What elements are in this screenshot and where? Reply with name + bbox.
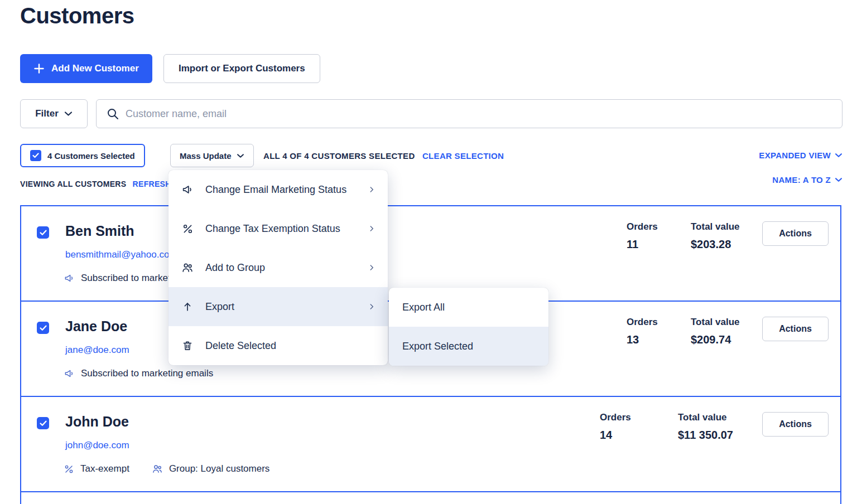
- orders-label: Orders: [627, 221, 658, 232]
- chevron-right-icon: [368, 264, 375, 272]
- expanded-view-toggle[interactable]: EXPANDED VIEW: [759, 151, 842, 160]
- filter-button[interactable]: Filter: [20, 99, 88, 128]
- total-value-label: Total value: [678, 412, 733, 423]
- page-title: Customers: [20, 3, 134, 28]
- chevron-right-icon: [368, 186, 375, 193]
- chevron-down-icon: [835, 177, 842, 182]
- row-checkbox[interactable]: [37, 226, 49, 239]
- total-value: $209.74: [691, 333, 740, 346]
- menu-item-label: Change Tax Exemption Status: [205, 223, 340, 235]
- selection-summary: ALL 4 OF 4 CUSTOMERS SELECTED CLEAR SELE…: [263, 151, 504, 161]
- megaphone-icon: [64, 273, 75, 284]
- row-checkbox[interactable]: [37, 417, 49, 429]
- viewing-all-label: VIEWING ALL CUSTOMERS: [20, 180, 126, 188]
- customer-row-john-doe: John Doe john@doe.com Tax-exempt Group: …: [20, 396, 841, 492]
- orders-column: Orders 13: [627, 317, 658, 346]
- status-label: Group: Loyal customers: [169, 463, 269, 474]
- row-checkbox[interactable]: [37, 322, 49, 334]
- megaphone-icon: [181, 183, 194, 196]
- actions-button[interactable]: Actions: [762, 412, 829, 437]
- total-value-column: Total value $11 350.07: [678, 412, 733, 442]
- customer-search[interactable]: [96, 99, 842, 128]
- chevron-right-icon: [368, 225, 375, 232]
- total-value-column: Total value $209.74: [691, 317, 740, 346]
- customer-name: Jane Doe: [65, 318, 127, 335]
- chevron-down-icon: [64, 111, 73, 117]
- menu-item-add-to-group[interactable]: Add to Group: [168, 248, 388, 287]
- filter-button-label: Filter: [35, 108, 59, 119]
- all-selected-text: ALL 4 OF 4 CUSTOMERS SELECTED: [263, 151, 415, 161]
- customer-status-line: Tax-exempt Group: Loyal customers: [64, 463, 269, 474]
- customer-row-partial: [20, 491, 841, 504]
- orders-column: Orders 11: [627, 221, 658, 251]
- mass-update-label: Mass Update: [180, 151, 232, 161]
- export-icon: [181, 301, 194, 312]
- export-submenu: Export All Export Selected: [389, 288, 548, 366]
- customer-status-line: Subscribed to marketing emails: [64, 368, 213, 379]
- total-value: $11 350.07: [678, 429, 733, 442]
- customer-name: John Doe: [65, 414, 129, 430]
- chevron-down-icon: [835, 153, 842, 158]
- plus-icon: [33, 63, 45, 74]
- chevron-right-icon: [368, 303, 375, 311]
- select-all-checkbox[interactable]: [30, 150, 41, 161]
- total-value-label: Total value: [691, 317, 740, 328]
- menu-item-label: Export: [205, 301, 234, 313]
- search-icon: [107, 108, 119, 120]
- status-label: Tax-exempt: [80, 463, 129, 474]
- menu-item-label: Change Email Marketing Status: [205, 184, 346, 196]
- add-new-customer-label: Add New Customer: [51, 63, 139, 74]
- orders-value: 13: [627, 333, 658, 346]
- menu-item-label: Delete Selected: [205, 340, 276, 352]
- viewing-all-customers: VIEWING ALL CUSTOMERS REFRESH: [20, 180, 171, 188]
- orders-column: Orders 14: [600, 412, 631, 442]
- sort-label: NAME: A TO Z: [772, 175, 831, 185]
- trash-icon: [181, 340, 194, 351]
- sort-selector[interactable]: NAME: A TO Z: [772, 175, 842, 185]
- actions-button[interactable]: Actions: [762, 221, 829, 246]
- customers-selected-label: 4 Customers Selected: [47, 151, 135, 161]
- customer-email-link[interactable]: bensmithmail@yahoo.com: [65, 249, 177, 260]
- percent-icon: [181, 223, 194, 235]
- orders-label: Orders: [627, 317, 658, 328]
- total-value-column: Total value $203.28: [691, 221, 740, 251]
- customer-email-link[interactable]: john@doe.com: [65, 440, 129, 451]
- menu-item-export[interactable]: Export: [168, 287, 388, 326]
- orders-value: 14: [600, 429, 631, 442]
- refresh-link[interactable]: REFRESH: [133, 180, 171, 188]
- customer-email-link[interactable]: jane@doe.com: [65, 345, 129, 356]
- orders-label: Orders: [600, 412, 631, 423]
- mass-update-button[interactable]: Mass Update: [170, 144, 254, 167]
- add-group-icon: [181, 261, 194, 274]
- total-value-label: Total value: [691, 221, 740, 232]
- megaphone-icon: [64, 368, 75, 379]
- clear-selection-link[interactable]: CLEAR SELECTION: [422, 151, 504, 161]
- total-value: $203.28: [691, 238, 740, 251]
- customer-name: Ben Smith: [65, 223, 134, 239]
- search-input[interactable]: [126, 108, 832, 120]
- group-icon: [152, 463, 163, 474]
- status-label: Subscribed to marketing emails: [81, 368, 213, 379]
- orders-value: 11: [627, 238, 658, 251]
- expanded-view-label: EXPANDED VIEW: [759, 151, 831, 160]
- percent-icon: [64, 464, 74, 474]
- add-new-customer-button[interactable]: Add New Customer: [20, 54, 152, 83]
- actions-button[interactable]: Actions: [762, 317, 829, 341]
- import-export-customers-button[interactable]: Import or Export Customers: [163, 54, 320, 83]
- menu-item-change-email-marketing-status[interactable]: Change Email Marketing Status: [168, 170, 388, 209]
- menu-item-delete-selected[interactable]: Delete Selected: [168, 326, 388, 365]
- customers-selected-button[interactable]: 4 Customers Selected: [20, 144, 145, 167]
- menu-item-label: Add to Group: [205, 262, 265, 274]
- submenu-item-export-selected[interactable]: Export Selected: [389, 327, 548, 366]
- menu-item-change-tax-exemption-status[interactable]: Change Tax Exemption Status: [168, 209, 388, 248]
- submenu-item-export-all[interactable]: Export All: [389, 288, 548, 327]
- chevron-down-icon: [237, 153, 244, 158]
- mass-update-menu: Change Email Marketing Status Change Tax…: [168, 170, 388, 365]
